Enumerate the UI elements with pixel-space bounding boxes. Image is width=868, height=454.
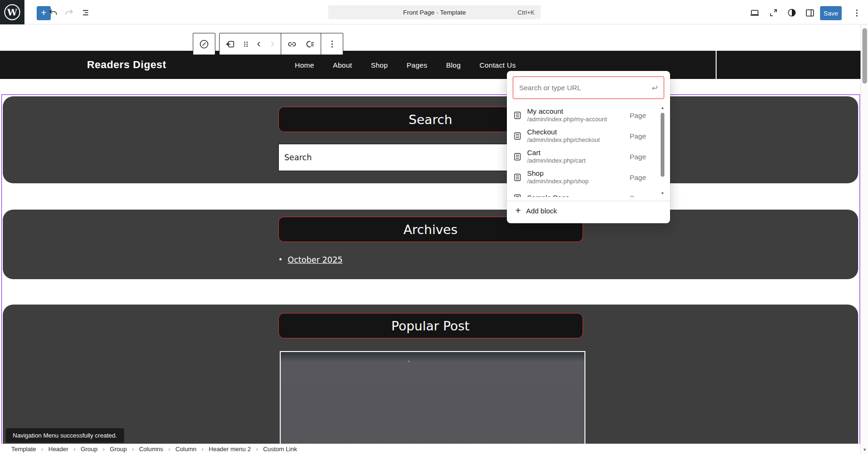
kebab-icon: ⋮	[328, 39, 336, 49]
suggestion-title: Cart	[527, 149, 630, 157]
breadcrumb-columns[interactable]: Columns	[139, 446, 163, 453]
breadcrumb-group-2[interactable]: Group	[110, 446, 127, 453]
fit-width-button[interactable]	[767, 6, 780, 19]
kebab-icon: ⋮	[853, 8, 861, 18]
document-title: Front Page · Template	[403, 9, 466, 16]
add-block-label: Add block	[526, 207, 557, 215]
archives-heading: Archives	[403, 222, 458, 237]
breadcrumb-custom-link[interactable]: Custom Link	[263, 446, 297, 453]
options-menu-button[interactable]: ⋮	[850, 6, 863, 19]
link-search-popover: My account /admin/index.php/my-account P…	[507, 71, 670, 223]
preview-devices-button[interactable]	[748, 6, 761, 19]
custom-link-block-button[interactable]	[195, 33, 213, 55]
scroll-down-icon[interactable]: ▼	[861, 447, 868, 452]
suggestion-sample-page[interactable]: Sample Page Page	[507, 188, 664, 197]
undo-button[interactable]	[47, 6, 60, 19]
chevron-right-icon	[268, 39, 277, 49]
wordpress-site-editor: W + Front Page · Template Ctrl+K Save ⋮	[0, 0, 868, 454]
suggestion-title: My account	[527, 107, 630, 116]
link-icon	[286, 39, 298, 50]
suggestion-type-badge: Page	[630, 194, 646, 197]
page-scrollbar[interactable]: ▼	[860, 24, 868, 454]
breadcrumb-separator: ›	[256, 446, 258, 453]
suggestion-type-badge: Page	[630, 153, 646, 161]
nav-item-pages[interactable]: Pages	[407, 61, 427, 69]
edit-link-button[interactable]	[283, 33, 301, 55]
suggestion-url: /admin/index.php/checkout	[527, 136, 630, 144]
block-breadcrumb-bar: Template › Header › Group › Group › Colu…	[0, 444, 860, 454]
suggestion-type-badge: Page	[630, 132, 646, 140]
suggestion-checkout[interactable]: Checkout /admin/index.php/checkout Page	[507, 125, 664, 146]
move-left-button[interactable]	[253, 33, 266, 55]
snackbar-notice[interactable]: Navigation Menu successfully created.	[6, 428, 124, 443]
block-options-button[interactable]: ⋮	[323, 33, 341, 55]
breadcrumb-group[interactable]: Group	[80, 446, 97, 453]
archive-month-link[interactable]: October 2025	[288, 255, 343, 265]
scrollbar-thumb[interactable]	[661, 113, 664, 177]
document-overview-icon	[80, 8, 91, 18]
archives-section[interactable]: Archives • October 2025	[3, 210, 858, 279]
document-title-button[interactable]: Front Page · Template Ctrl+K	[328, 5, 541, 19]
search-section[interactable]: Search	[3, 96, 858, 183]
redo-button[interactable]	[63, 6, 76, 19]
nav-item-home[interactable]: Home	[295, 61, 314, 69]
popover-scrollbar[interactable]: ▲ ▼	[660, 106, 665, 196]
document-overview-button[interactable]	[79, 6, 92, 19]
archives-list-item: • October 2025	[278, 255, 343, 265]
scroll-down-icon[interactable]: ▼	[660, 191, 665, 196]
save-label: Save	[824, 10, 838, 17]
link-search-input[interactable]	[513, 84, 649, 92]
page-icon	[513, 131, 522, 141]
popular-post-heading-pill[interactable]: Popular Post	[278, 313, 583, 338]
add-block-button[interactable]: + Add block	[507, 201, 670, 220]
image-speck	[408, 360, 410, 362]
search-heading: Search	[409, 112, 452, 127]
drag-handle[interactable]	[239, 33, 253, 55]
breadcrumb-separator: ›	[103, 446, 105, 453]
breadcrumb-separator: ›	[73, 446, 75, 453]
breadcrumb-header-menu-2[interactable]: Header menu 2	[209, 446, 251, 453]
popular-post-section[interactable]: Popular Post	[3, 305, 858, 454]
save-button[interactable]: Save	[820, 6, 842, 20]
navigation-menu: Home About Shop Pages Blog Contact Us	[295, 51, 516, 79]
nav-item-contact-us[interactable]: Contact Us	[480, 61, 516, 69]
breadcrumb-separator: ›	[132, 446, 134, 453]
suggestion-type-badge: Page	[630, 111, 646, 119]
wordpress-logo-icon: W	[4, 4, 20, 20]
nav-item-blog[interactable]: Blog	[446, 61, 461, 69]
breadcrumb-template[interactable]: Template	[11, 446, 36, 453]
scroll-up-icon[interactable]: ▲	[660, 106, 665, 110]
suggestion-url: /admin/index.php/cart	[527, 157, 630, 164]
add-submenu-button[interactable]	[301, 33, 319, 55]
link-suggestions-list: My account /admin/index.php/my-account P…	[507, 105, 664, 197]
popular-post-image[interactable]	[280, 351, 585, 454]
site-header-template-part[interactable]: Readers Digest Home About Shop Pages Blo…	[0, 51, 860, 79]
nav-item-about[interactable]: About	[333, 61, 352, 69]
select-parent-button[interactable]	[221, 33, 239, 55]
redo-icon	[64, 8, 74, 18]
suggestion-url: /admin/index.php/my-account	[527, 116, 630, 123]
style-variations-button[interactable]	[785, 6, 798, 19]
suggestion-title: Shop	[527, 169, 630, 178]
page-icon	[513, 193, 522, 197]
wordpress-menu-button[interactable]: W	[0, 0, 24, 24]
suggestion-url: /admin/index.php/shop	[527, 178, 630, 185]
selected-template-group[interactable]: Search Archives • October 2025 Popular P…	[1, 94, 860, 454]
move-right-button[interactable]	[266, 33, 279, 55]
breadcrumb-column[interactable]: Column	[175, 446, 197, 453]
suggestion-cart[interactable]: Cart /admin/index.php/cart Page	[507, 146, 664, 167]
nav-item-shop[interactable]: Shop	[371, 61, 388, 69]
settings-sidebar-button[interactable]	[803, 6, 816, 19]
suggestion-my-account[interactable]: My account /admin/index.php/my-account P…	[507, 105, 664, 125]
editor-top-bar: W + Front Page · Template Ctrl+K Save ⋮	[0, 0, 868, 24]
select-parent-icon	[225, 39, 236, 50]
suggestion-shop[interactable]: Shop /admin/index.php/shop Page	[507, 167, 664, 188]
breadcrumb-header[interactable]: Header	[48, 446, 69, 453]
fit-width-icon	[768, 8, 779, 18]
preview-devices-icon	[749, 7, 760, 18]
page-scrollbar-thumb[interactable]	[862, 28, 867, 84]
site-title[interactable]: Readers Digest	[87, 51, 166, 79]
drag-handle-icon	[241, 39, 251, 49]
chevron-left-icon	[254, 39, 264, 49]
suggestion-texts: My account /admin/index.php/my-account	[527, 107, 630, 123]
